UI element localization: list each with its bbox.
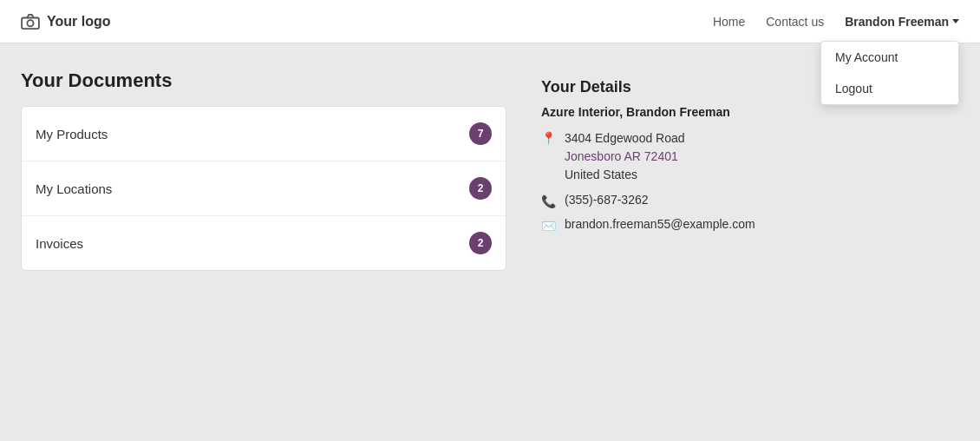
- doc-badge-my-products: 7: [469, 122, 492, 145]
- location-pin-icon: 📍: [541, 131, 556, 145]
- email-icon: ✉️: [541, 219, 556, 233]
- doc-badge-my-locations: 2: [469, 177, 492, 200]
- address-country: United States: [565, 166, 685, 184]
- user-name: Brandon Freeman: [845, 15, 949, 29]
- detail-phone-row: 📞 (355)-687-3262: [541, 193, 959, 208]
- documents-title: Your Documents: [21, 69, 506, 92]
- nav-home-link[interactable]: Home: [713, 15, 745, 29]
- nav-contact-link[interactable]: Contact us: [766, 15, 824, 29]
- detail-email: brandon.freeman55@example.com: [565, 217, 755, 231]
- user-button[interactable]: Brandon Freeman: [845, 15, 959, 29]
- phone-icon: 📞: [541, 194, 556, 208]
- doc-label-my-products: My Products: [36, 127, 108, 142]
- detail-email-row: ✉️ brandon.freeman55@example.com: [541, 217, 959, 233]
- detail-phone: (355)-687-3262: [565, 193, 649, 207]
- dropdown-item-logout[interactable]: Logout: [821, 73, 958, 104]
- address-city-state: Jonesboro AR 72401: [565, 149, 678, 163]
- address-line2: Jonesboro AR 72401: [565, 148, 685, 166]
- chevron-down-icon: [952, 19, 959, 23]
- doc-item-my-products[interactable]: My Products 7: [22, 107, 506, 161]
- detail-address-row: 📍 3404 Edgewood Road Jonesboro AR 72401 …: [541, 129, 959, 184]
- doc-item-my-locations[interactable]: My Locations 2: [22, 161, 506, 216]
- address-line1: 3404 Edgewood Road: [565, 129, 685, 148]
- left-panel: Your Documents My Products 7 My Location…: [21, 69, 506, 271]
- doc-label-my-locations: My Locations: [36, 181, 112, 196]
- documents-list: My Products 7 My Locations 2 Invoices 2: [21, 106, 506, 271]
- user-dropdown[interactable]: Brandon Freeman My Account Logout: [845, 15, 959, 29]
- dropdown-item-my-account[interactable]: My Account: [821, 42, 958, 73]
- logo-text: Your logo: [47, 14, 110, 30]
- camera-icon: [21, 14, 40, 30]
- doc-item-invoices[interactable]: Invoices 2: [22, 216, 506, 270]
- logo: Your logo: [21, 14, 110, 30]
- detail-address: 3404 Edgewood Road Jonesboro AR 72401 Un…: [565, 129, 685, 184]
- svg-point-1: [27, 20, 33, 26]
- nav-right: Home Contact us Brandon Freeman My Accou…: [713, 15, 959, 29]
- dropdown-menu: My Account Logout: [820, 41, 959, 105]
- details-name: Azure Interior, Brandon Freeman: [541, 105, 959, 119]
- doc-badge-invoices: 2: [469, 232, 492, 254]
- doc-label-invoices: Invoices: [36, 236, 83, 251]
- header: Your logo Home Contact us Brandon Freema…: [0, 0, 980, 43]
